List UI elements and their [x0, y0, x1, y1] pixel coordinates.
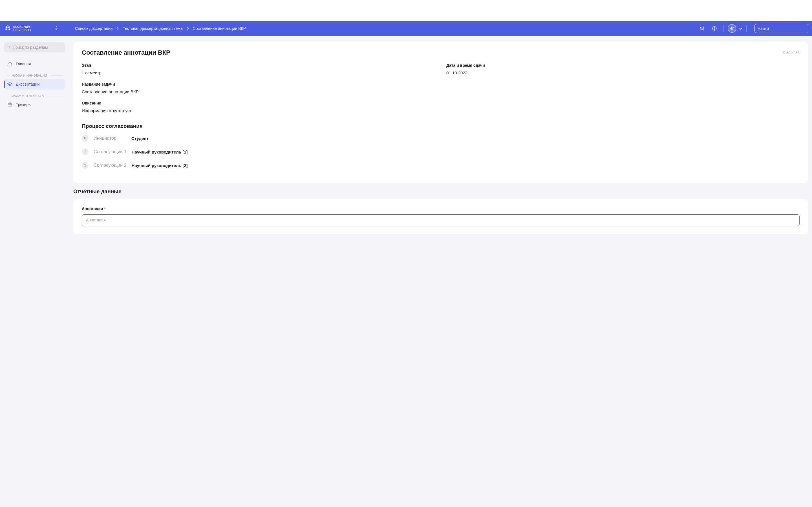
task-name-value: Составление аннотации ВКР [82, 89, 800, 94]
pin-toggle[interactable] [54, 26, 59, 31]
approval-row: 0 Инициатор Студент [82, 135, 800, 142]
sidebar-item-home[interactable]: Главная [4, 59, 65, 69]
deadline-value: 01.10.2023 [446, 70, 800, 75]
approval-step-number: 2 [82, 162, 89, 169]
approval-role: Инициатор [94, 136, 126, 141]
task-name-block: Название задачи Составление аннотации ВК… [82, 82, 800, 94]
approval-row: 2 Согласующий 2 Научный руководитель [2] [82, 162, 800, 169]
svg-point-8 [714, 29, 715, 30]
help-button[interactable] [709, 23, 719, 34]
user-avatar[interactable]: ИИ [728, 24, 736, 33]
svg-line-12 [9, 48, 10, 48]
approval-row: 1 Согласующий 1 Научный руководитель [1] [82, 149, 800, 155]
breadcrumbs: Список диссертаций Тестовая диссертацион… [75, 26, 697, 31]
sidebar: Главная НАУКА И ИННОВАЦИИ Диссертации ЗА… [0, 36, 69, 251]
description-block: Описание Информация отсутствует [82, 101, 800, 113]
svg-point-11 [8, 46, 9, 48]
breadcrumb-item-1[interactable]: Тестовая диссертационная тема [123, 26, 183, 31]
sidebar-search[interactable] [4, 42, 65, 52]
task-info-card: Составление аннотации ВКР ID 60fd356 Эта… [73, 42, 808, 183]
sidebar-item-dissertations[interactable]: Диссертации [4, 79, 65, 90]
info-grid: Этап 1 семестр Дата и время сдачи 01.10.… [82, 63, 800, 113]
header-search-input[interactable] [758, 26, 807, 31]
approval-person: Студент [132, 136, 149, 141]
stage-label: Этап [82, 63, 435, 68]
logo-text: SECHENOV UNIVERSITY [13, 25, 32, 32]
task-id: ID 60fd356 [781, 51, 800, 55]
chevron-right-icon [187, 27, 189, 30]
pin-icon [54, 26, 59, 31]
approval-role: Согласующий 2 [94, 163, 126, 168]
svg-point-2 [700, 27, 701, 28]
deadline-block: Дата и время сдачи 01.10.2023 [446, 63, 800, 75]
sidebar-item-label: Трекеры [16, 102, 31, 107]
help-icon [712, 26, 717, 31]
briefcase-icon [7, 102, 12, 107]
header-search[interactable] [755, 24, 809, 33]
svg-point-4 [702, 29, 703, 30]
annotation-label: Аннотация * [82, 207, 800, 211]
required-marker: * [104, 207, 105, 211]
approval-list: 0 Инициатор Студент 1 Согласующий 1 Науч… [82, 135, 800, 169]
chevron-down-icon [739, 27, 742, 30]
page-title: Составление аннотации ВКР [82, 49, 170, 56]
header: SECHENOV UNIVERSITY Список диссертаций Т… [0, 21, 812, 36]
sidebar-item-label: Диссертации [16, 82, 40, 87]
header-right: ИИ [697, 23, 809, 34]
logo[interactable]: SECHENOV UNIVERSITY [4, 25, 32, 32]
stage-block: Этап 1 семестр [82, 63, 435, 75]
breadcrumb-item-0[interactable]: Список диссертаций [75, 26, 112, 31]
sidebar-item-trackers[interactable]: Трекеры [4, 99, 65, 110]
approval-person: Научный руководитель [1] [132, 150, 188, 154]
chevron-right-icon [116, 27, 119, 30]
sidebar-section-tasks: ЗАДАЧИ И ПРОЕКТЫ [6, 94, 63, 98]
user-menu-toggle[interactable] [739, 26, 742, 31]
svg-point-6 [703, 27, 704, 28]
card-header: Составление аннотации ВКР ID 60fd356 [82, 49, 800, 56]
description-label: Описание [82, 101, 800, 105]
sliders-icon [700, 26, 705, 31]
approval-step-number: 1 [82, 149, 89, 155]
approval-step-number: 0 [82, 135, 89, 142]
deadline-label: Дата и время сдачи [446, 63, 800, 68]
breadcrumb-item-2[interactable]: Составление аннотации ВКР [193, 26, 246, 31]
divider [746, 25, 747, 32]
stage-value: 1 семестр [82, 70, 435, 75]
sidebar-nav: Главная НАУКА И ИННОВАЦИИ Диссертации ЗА… [4, 59, 65, 110]
graduation-cap-icon [7, 82, 12, 87]
settings-button[interactable] [697, 23, 707, 34]
main-content: Составление аннотации ВКР ID 60fd356 Эта… [69, 36, 812, 251]
annotation-input[interactable] [82, 214, 800, 226]
layout: Главная НАУКА И ИННОВАЦИИ Диссертации ЗА… [0, 36, 812, 251]
approval-person: Научный руководитель [2] [132, 163, 188, 168]
top-spacer [0, 0, 812, 21]
sidebar-search-input[interactable] [13, 45, 62, 50]
report-card: Аннотация * [73, 199, 808, 234]
description-value: Информация отсутствует [82, 108, 800, 113]
divider [723, 25, 724, 32]
task-name-label: Название задачи [82, 82, 800, 87]
report-section-title: Отчётные данные [73, 188, 808, 194]
approval-role: Согласующий 1 [94, 149, 126, 154]
logo-icon [4, 25, 11, 32]
sidebar-section-science: НАУКА И ИННОВАЦИИ [6, 74, 63, 77]
approval-section-title: Процесс согласования [82, 123, 800, 129]
sidebar-item-label: Главная [16, 62, 31, 66]
home-icon [7, 61, 12, 66]
search-icon [7, 45, 10, 50]
